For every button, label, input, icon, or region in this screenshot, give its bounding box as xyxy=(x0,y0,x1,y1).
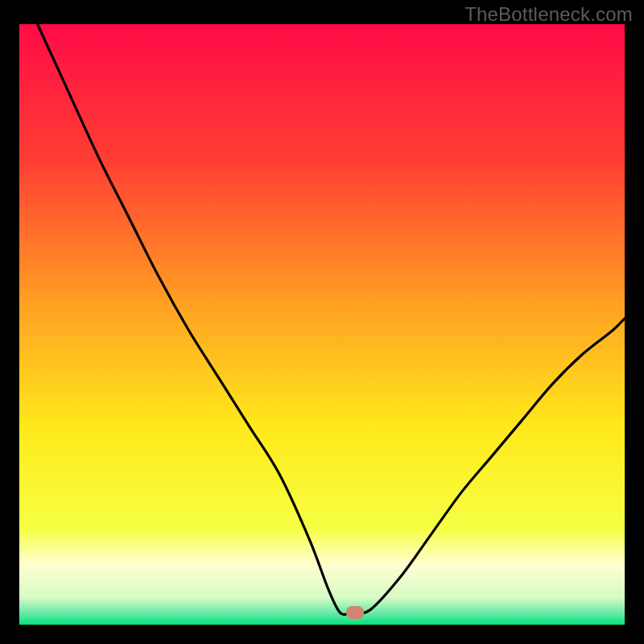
plot-area xyxy=(19,24,625,625)
watermark-text: TheBottleneck.com xyxy=(464,3,633,26)
chart-frame: TheBottleneck.com xyxy=(0,0,644,644)
optimal-point-marker xyxy=(346,606,364,619)
bottleneck-curve xyxy=(19,24,625,625)
